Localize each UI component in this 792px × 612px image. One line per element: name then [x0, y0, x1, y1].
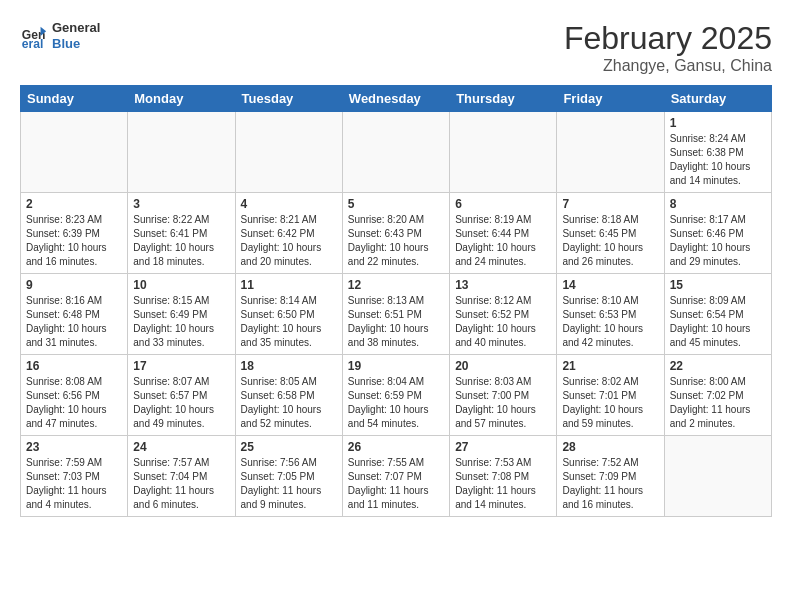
calendar-cell: [342, 112, 449, 193]
day-info: Sunrise: 7:56 AM Sunset: 7:05 PM Dayligh…: [241, 456, 337, 512]
calendar-cell: 18Sunrise: 8:05 AM Sunset: 6:58 PM Dayli…: [235, 355, 342, 436]
day-number: 1: [670, 116, 766, 130]
calendar-cell: 15Sunrise: 8:09 AM Sunset: 6:54 PM Dayli…: [664, 274, 771, 355]
logo-blue: Blue: [52, 36, 100, 52]
day-info: Sunrise: 8:07 AM Sunset: 6:57 PM Dayligh…: [133, 375, 229, 431]
calendar-cell: 23Sunrise: 7:59 AM Sunset: 7:03 PM Dayli…: [21, 436, 128, 517]
day-number: 21: [562, 359, 658, 373]
column-header-sunday: Sunday: [21, 86, 128, 112]
day-info: Sunrise: 8:13 AM Sunset: 6:51 PM Dayligh…: [348, 294, 444, 350]
day-info: Sunrise: 8:21 AM Sunset: 6:42 PM Dayligh…: [241, 213, 337, 269]
calendar-cell: 17Sunrise: 8:07 AM Sunset: 6:57 PM Dayli…: [128, 355, 235, 436]
calendar-cell: 4Sunrise: 8:21 AM Sunset: 6:42 PM Daylig…: [235, 193, 342, 274]
day-number: 9: [26, 278, 122, 292]
day-number: 15: [670, 278, 766, 292]
day-info: Sunrise: 8:16 AM Sunset: 6:48 PM Dayligh…: [26, 294, 122, 350]
calendar-cell: 25Sunrise: 7:56 AM Sunset: 7:05 PM Dayli…: [235, 436, 342, 517]
day-number: 26: [348, 440, 444, 454]
calendar-cell: 28Sunrise: 7:52 AM Sunset: 7:09 PM Dayli…: [557, 436, 664, 517]
column-header-saturday: Saturday: [664, 86, 771, 112]
logo-icon: Gen eral: [20, 22, 48, 50]
calendar-cell: [128, 112, 235, 193]
column-header-friday: Friday: [557, 86, 664, 112]
day-info: Sunrise: 8:23 AM Sunset: 6:39 PM Dayligh…: [26, 213, 122, 269]
calendar-cell: 20Sunrise: 8:03 AM Sunset: 7:00 PM Dayli…: [450, 355, 557, 436]
calendar-cell: 1Sunrise: 8:24 AM Sunset: 6:38 PM Daylig…: [664, 112, 771, 193]
day-number: 27: [455, 440, 551, 454]
day-info: Sunrise: 8:05 AM Sunset: 6:58 PM Dayligh…: [241, 375, 337, 431]
day-info: Sunrise: 7:59 AM Sunset: 7:03 PM Dayligh…: [26, 456, 122, 512]
calendar-cell: 5Sunrise: 8:20 AM Sunset: 6:43 PM Daylig…: [342, 193, 449, 274]
day-info: Sunrise: 8:03 AM Sunset: 7:00 PM Dayligh…: [455, 375, 551, 431]
calendar-cell: 12Sunrise: 8:13 AM Sunset: 6:51 PM Dayli…: [342, 274, 449, 355]
calendar-cell: 14Sunrise: 8:10 AM Sunset: 6:53 PM Dayli…: [557, 274, 664, 355]
calendar-header-row: SundayMondayTuesdayWednesdayThursdayFrid…: [21, 86, 772, 112]
day-number: 20: [455, 359, 551, 373]
calendar-cell: 8Sunrise: 8:17 AM Sunset: 6:46 PM Daylig…: [664, 193, 771, 274]
calendar-cell: 27Sunrise: 7:53 AM Sunset: 7:08 PM Dayli…: [450, 436, 557, 517]
logo-text: General Blue: [52, 20, 100, 51]
day-number: 7: [562, 197, 658, 211]
page-header: Gen eral General Blue February 2025 Zhan…: [20, 20, 772, 75]
day-info: Sunrise: 8:15 AM Sunset: 6:49 PM Dayligh…: [133, 294, 229, 350]
day-info: Sunrise: 8:00 AM Sunset: 7:02 PM Dayligh…: [670, 375, 766, 431]
day-number: 11: [241, 278, 337, 292]
calendar-cell: [21, 112, 128, 193]
calendar-cell: 16Sunrise: 8:08 AM Sunset: 6:56 PM Dayli…: [21, 355, 128, 436]
column-header-tuesday: Tuesday: [235, 86, 342, 112]
day-number: 18: [241, 359, 337, 373]
day-info: Sunrise: 8:24 AM Sunset: 6:38 PM Dayligh…: [670, 132, 766, 188]
calendar-week-1: 2Sunrise: 8:23 AM Sunset: 6:39 PM Daylig…: [21, 193, 772, 274]
day-number: 23: [26, 440, 122, 454]
day-info: Sunrise: 7:52 AM Sunset: 7:09 PM Dayligh…: [562, 456, 658, 512]
day-number: 4: [241, 197, 337, 211]
day-number: 17: [133, 359, 229, 373]
calendar-cell: [557, 112, 664, 193]
calendar-cell: 19Sunrise: 8:04 AM Sunset: 6:59 PM Dayli…: [342, 355, 449, 436]
calendar-cell: 10Sunrise: 8:15 AM Sunset: 6:49 PM Dayli…: [128, 274, 235, 355]
calendar-cell: 7Sunrise: 8:18 AM Sunset: 6:45 PM Daylig…: [557, 193, 664, 274]
day-info: Sunrise: 7:57 AM Sunset: 7:04 PM Dayligh…: [133, 456, 229, 512]
calendar-week-0: 1Sunrise: 8:24 AM Sunset: 6:38 PM Daylig…: [21, 112, 772, 193]
day-info: Sunrise: 8:09 AM Sunset: 6:54 PM Dayligh…: [670, 294, 766, 350]
calendar-cell: 22Sunrise: 8:00 AM Sunset: 7:02 PM Dayli…: [664, 355, 771, 436]
day-number: 2: [26, 197, 122, 211]
calendar-table: SundayMondayTuesdayWednesdayThursdayFrid…: [20, 85, 772, 517]
day-number: 24: [133, 440, 229, 454]
calendar-cell: [450, 112, 557, 193]
calendar-cell: 9Sunrise: 8:16 AM Sunset: 6:48 PM Daylig…: [21, 274, 128, 355]
day-info: Sunrise: 8:04 AM Sunset: 6:59 PM Dayligh…: [348, 375, 444, 431]
day-info: Sunrise: 8:17 AM Sunset: 6:46 PM Dayligh…: [670, 213, 766, 269]
calendar-cell: 21Sunrise: 8:02 AM Sunset: 7:01 PM Dayli…: [557, 355, 664, 436]
title-block: February 2025 Zhangye, Gansu, China: [564, 20, 772, 75]
svg-text:eral: eral: [22, 37, 44, 50]
day-info: Sunrise: 8:22 AM Sunset: 6:41 PM Dayligh…: [133, 213, 229, 269]
day-info: Sunrise: 8:02 AM Sunset: 7:01 PM Dayligh…: [562, 375, 658, 431]
day-number: 13: [455, 278, 551, 292]
calendar-cell: [235, 112, 342, 193]
day-number: 22: [670, 359, 766, 373]
location: Zhangye, Gansu, China: [564, 57, 772, 75]
day-info: Sunrise: 8:12 AM Sunset: 6:52 PM Dayligh…: [455, 294, 551, 350]
column-header-wednesday: Wednesday: [342, 86, 449, 112]
day-number: 3: [133, 197, 229, 211]
day-info: Sunrise: 8:19 AM Sunset: 6:44 PM Dayligh…: [455, 213, 551, 269]
day-number: 10: [133, 278, 229, 292]
day-number: 25: [241, 440, 337, 454]
calendar-cell: [664, 436, 771, 517]
day-number: 16: [26, 359, 122, 373]
calendar-cell: 24Sunrise: 7:57 AM Sunset: 7:04 PM Dayli…: [128, 436, 235, 517]
logo: Gen eral General Blue: [20, 20, 100, 51]
calendar-week-2: 9Sunrise: 8:16 AM Sunset: 6:48 PM Daylig…: [21, 274, 772, 355]
day-number: 19: [348, 359, 444, 373]
calendar-cell: 13Sunrise: 8:12 AM Sunset: 6:52 PM Dayli…: [450, 274, 557, 355]
calendar-cell: 6Sunrise: 8:19 AM Sunset: 6:44 PM Daylig…: [450, 193, 557, 274]
day-info: Sunrise: 8:18 AM Sunset: 6:45 PM Dayligh…: [562, 213, 658, 269]
day-number: 8: [670, 197, 766, 211]
day-info: Sunrise: 8:20 AM Sunset: 6:43 PM Dayligh…: [348, 213, 444, 269]
day-info: Sunrise: 8:14 AM Sunset: 6:50 PM Dayligh…: [241, 294, 337, 350]
column-header-monday: Monday: [128, 86, 235, 112]
day-info: Sunrise: 7:55 AM Sunset: 7:07 PM Dayligh…: [348, 456, 444, 512]
day-number: 28: [562, 440, 658, 454]
calendar-cell: 2Sunrise: 8:23 AM Sunset: 6:39 PM Daylig…: [21, 193, 128, 274]
